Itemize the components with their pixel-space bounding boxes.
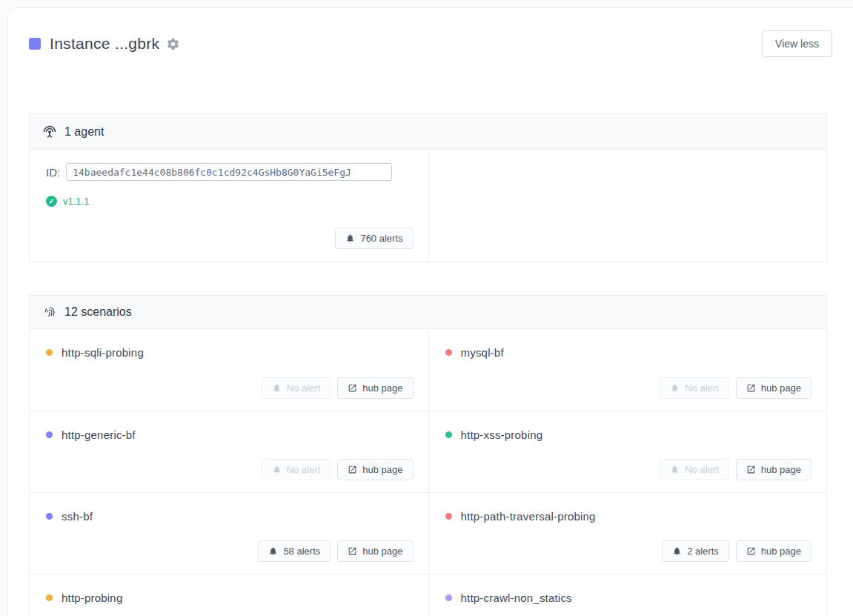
scenarios-grid: http-sqli-probing No alert hub page mysq… <box>30 329 826 616</box>
bell-icon <box>272 465 282 474</box>
scenario-cell: http-crawl-non_statics <box>428 574 827 616</box>
scenario-hub-label: hub page <box>362 382 402 394</box>
scenario-cell: http-probing <box>30 574 428 616</box>
instance-card: Instance ...gbrk View less 1 agent ID: ✓… <box>7 7 853 616</box>
scenario-name: mysql-bf <box>461 346 504 359</box>
agents-panel-header: 1 agent <box>30 114 826 150</box>
card-header: Instance ...gbrk View less <box>29 29 832 59</box>
scenario-alert-label: 2 alerts <box>687 546 719 557</box>
external-link-icon <box>348 465 357 474</box>
gear-icon[interactable] <box>166 37 180 51</box>
instance-color-square <box>29 38 41 50</box>
bell-icon <box>670 465 680 474</box>
scenario-hub-button[interactable]: hub page <box>736 540 811 562</box>
scenario-status-dot <box>445 349 452 356</box>
agent-alerts-label: 760 alerts <box>360 233 402 244</box>
page-title: Instance ...gbrk <box>50 35 159 53</box>
scenario-status-dot <box>46 349 53 356</box>
scenario-hub-button[interactable]: hub page <box>736 377 811 399</box>
agent-version: v1.1.1 <box>63 196 89 207</box>
scenario-name: http-xss-probing <box>461 428 543 441</box>
scenario-status-dot <box>445 595 452 601</box>
scenario-hub-button[interactable]: hub page <box>337 377 413 399</box>
scenario-hub-label: hub page <box>761 464 801 475</box>
scenarios-panel: 12 scenarios http-sqli-probing No alert … <box>29 295 827 616</box>
scenario-name: http-probing <box>62 592 122 604</box>
fingerprint-icon <box>43 305 56 319</box>
view-less-button[interactable]: View less <box>762 30 832 57</box>
bell-icon <box>670 383 680 393</box>
external-link-icon <box>746 465 756 474</box>
scenario-status-dot <box>46 513 53 520</box>
scenario-name: ssh-bf <box>62 510 93 523</box>
scenario-status-dot <box>46 431 53 438</box>
scenario-alert-button[interactable]: No alert <box>660 459 729 480</box>
scenario-cell: http-xss-probing No alert hub page <box>428 411 827 492</box>
external-link-icon <box>348 383 357 393</box>
bell-icon <box>672 546 682 556</box>
scenario-alert-label: 58 alerts <box>283 546 320 557</box>
scenario-status-dot <box>445 431 452 438</box>
agent-id-input[interactable] <box>66 163 392 181</box>
scenario-cell: http-path-traversal-probing 2 alerts hub… <box>428 492 827 574</box>
scenario-hub-button[interactable]: hub page <box>736 459 811 480</box>
scenario-name: http-crawl-non_statics <box>461 592 572 604</box>
scenario-cell: http-generic-bf No alert hub page <box>30 411 428 492</box>
scenario-cell: ssh-bf 58 alerts hub page <box>30 492 428 574</box>
scenario-cell: http-sqli-probing No alert hub page <box>30 329 428 411</box>
scenario-alert-button[interactable]: No alert <box>262 377 331 399</box>
scenario-alert-label: No alert <box>685 464 719 475</box>
antenna-icon <box>43 125 56 139</box>
check-circle-icon: ✓ <box>46 196 57 207</box>
scenario-alert-label: No alert <box>287 464 321 475</box>
bell-icon <box>268 546 278 556</box>
scenario-hub-label: hub page <box>761 382 801 394</box>
scenario-name: http-path-traversal-probing <box>461 510 596 523</box>
scenario-name: http-generic-bf <box>62 428 136 441</box>
scenario-hub-label: hub page <box>362 546 402 557</box>
scenario-cell: mysql-bf No alert hub page <box>428 329 827 411</box>
external-link-icon <box>348 546 357 556</box>
agents-panel: 1 agent ID: ✓ v1.1.1 760 alerts <box>29 113 827 262</box>
scenario-alert-label: No alert <box>287 382 321 394</box>
scenarios-panel-title: 12 scenarios <box>64 305 132 319</box>
scenario-alert-button[interactable]: No alert <box>262 459 331 480</box>
scenarios-panel-header: 12 scenarios <box>30 296 826 329</box>
bell-icon <box>272 383 282 393</box>
scenario-name: http-sqli-probing <box>62 346 144 359</box>
agent-cell: ID: ✓ v1.1.1 760 alerts <box>30 150 428 262</box>
external-link-icon <box>746 383 756 393</box>
scenario-hub-button[interactable]: hub page <box>337 540 413 562</box>
agent-id-label: ID: <box>46 166 60 179</box>
scenario-hub-label: hub page <box>761 546 801 557</box>
scenario-alert-button[interactable]: 2 alerts <box>662 540 729 562</box>
scenario-status-dot <box>445 513 452 520</box>
scenario-alert-button[interactable]: 58 alerts <box>258 540 331 562</box>
scenario-hub-button[interactable]: hub page <box>337 459 413 480</box>
agents-panel-title: 1 agent <box>64 125 104 139</box>
scenario-alert-button[interactable]: No alert <box>660 377 729 399</box>
scenario-alert-label: No alert <box>685 382 719 394</box>
scenario-hub-label: hub page <box>362 464 402 475</box>
agent-cell-empty <box>428 150 827 262</box>
bell-icon <box>345 234 355 243</box>
agent-alerts-button[interactable]: 760 alerts <box>335 228 413 249</box>
external-link-icon <box>746 546 756 556</box>
agent-content: ID: ✓ v1.1.1 760 alerts <box>30 150 826 262</box>
scenario-status-dot <box>46 595 53 601</box>
